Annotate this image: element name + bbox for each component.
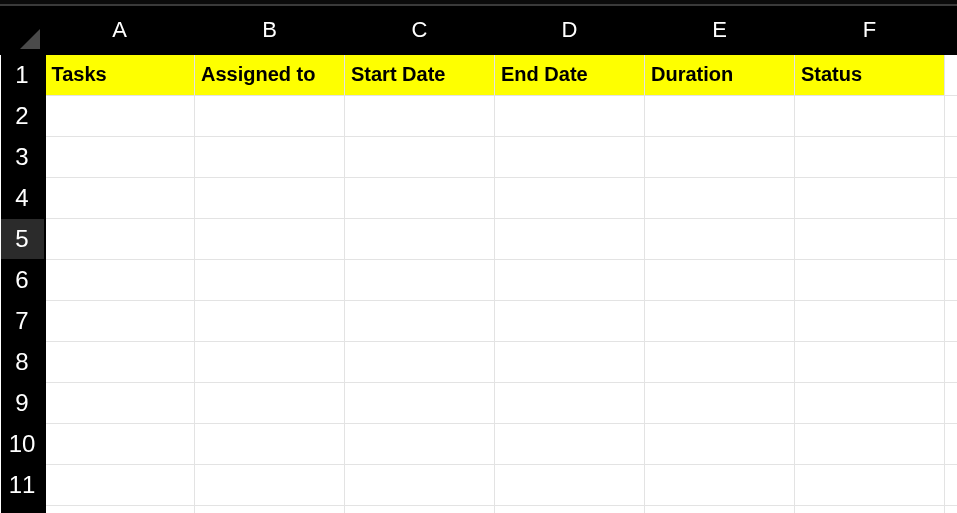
cell-E8[interactable] [645, 341, 795, 382]
cell-F6[interactable] [795, 259, 945, 300]
cell-D8[interactable] [495, 341, 645, 382]
column-header-edge [945, 6, 958, 54]
cell-B1[interactable]: Assigned to [195, 54, 345, 95]
cell-D3[interactable] [495, 136, 645, 177]
row-1: 1 Tasks Assigned to Start Date End Date … [1, 54, 958, 95]
cell-B11[interactable] [195, 464, 345, 505]
cell-C12[interactable] [345, 505, 495, 513]
cell-C6[interactable] [345, 259, 495, 300]
cell-E12[interactable] [645, 505, 795, 513]
cell-D4[interactable] [495, 177, 645, 218]
row-header-12[interactable]: 12 [1, 505, 45, 513]
cell-E11[interactable] [645, 464, 795, 505]
cell-B10[interactable] [195, 423, 345, 464]
row-5: 5 [1, 218, 958, 259]
cell-D2[interactable] [495, 95, 645, 136]
cell-A8[interactable] [45, 341, 195, 382]
cell-E5[interactable] [645, 218, 795, 259]
column-header-D[interactable]: D [495, 6, 645, 54]
column-header-B[interactable]: B [195, 6, 345, 54]
select-all-corner[interactable] [1, 6, 45, 54]
cell-E9[interactable] [645, 382, 795, 423]
row-header-9[interactable]: 9 [1, 382, 45, 423]
cell-C11[interactable] [345, 464, 495, 505]
cell-B5[interactable] [195, 218, 345, 259]
cell-D6[interactable] [495, 259, 645, 300]
cell-B12[interactable] [195, 505, 345, 513]
cell-B2[interactable] [195, 95, 345, 136]
cell-D5[interactable] [495, 218, 645, 259]
cell-D7[interactable] [495, 300, 645, 341]
cell-C5[interactable] [345, 218, 495, 259]
cell-A10[interactable] [45, 423, 195, 464]
cell-E2[interactable] [645, 95, 795, 136]
cell-A2[interactable] [45, 95, 195, 136]
cell-A4[interactable] [45, 177, 195, 218]
row-header-10[interactable]: 10 [1, 423, 45, 464]
cell-F5[interactable] [795, 218, 945, 259]
row-3: 3 [1, 136, 958, 177]
cell-F7[interactable] [795, 300, 945, 341]
cell-E1[interactable]: Duration [645, 54, 795, 95]
cell-C4[interactable] [345, 177, 495, 218]
cell-A5[interactable] [45, 218, 195, 259]
cell-D11[interactable] [495, 464, 645, 505]
row-header-2[interactable]: 2 [1, 95, 45, 136]
row-header-5[interactable]: 5 [1, 218, 45, 259]
row-header-1[interactable]: 1 [1, 54, 45, 95]
cell-B3[interactable] [195, 136, 345, 177]
cell-D10[interactable] [495, 423, 645, 464]
cell-C10[interactable] [345, 423, 495, 464]
cell-B9[interactable] [195, 382, 345, 423]
cell-F1[interactable]: Status [795, 54, 945, 95]
row-header-6[interactable]: 6 [1, 259, 45, 300]
cell-F11[interactable] [795, 464, 945, 505]
column-header-E[interactable]: E [645, 6, 795, 54]
cell-edge [945, 464, 958, 505]
cell-edge [945, 177, 958, 218]
cell-B7[interactable] [195, 300, 345, 341]
cell-edge [945, 300, 958, 341]
cell-F10[interactable] [795, 423, 945, 464]
cell-C3[interactable] [345, 136, 495, 177]
row-header-11[interactable]: 11 [1, 464, 45, 505]
cell-D12[interactable] [495, 505, 645, 513]
cell-B4[interactable] [195, 177, 345, 218]
cell-B6[interactable] [195, 259, 345, 300]
cell-C8[interactable] [345, 341, 495, 382]
cell-edge [945, 259, 958, 300]
cell-E6[interactable] [645, 259, 795, 300]
cell-C1[interactable]: Start Date [345, 54, 495, 95]
cell-C9[interactable] [345, 382, 495, 423]
column-header-F[interactable]: F [795, 6, 945, 54]
cell-F8[interactable] [795, 341, 945, 382]
cell-B8[interactable] [195, 341, 345, 382]
cell-F3[interactable] [795, 136, 945, 177]
row-header-7[interactable]: 7 [1, 300, 45, 341]
cell-E3[interactable] [645, 136, 795, 177]
cell-E4[interactable] [645, 177, 795, 218]
cell-F12[interactable] [795, 505, 945, 513]
cell-A9[interactable] [45, 382, 195, 423]
cell-A6[interactable] [45, 259, 195, 300]
cell-F9[interactable] [795, 382, 945, 423]
column-header-C[interactable]: C [345, 6, 495, 54]
cell-E7[interactable] [645, 300, 795, 341]
row-7: 7 [1, 300, 958, 341]
cell-A7[interactable] [45, 300, 195, 341]
cell-F2[interactable] [795, 95, 945, 136]
cell-F4[interactable] [795, 177, 945, 218]
column-header-A[interactable]: A [45, 6, 195, 54]
cell-A11[interactable] [45, 464, 195, 505]
row-header-4[interactable]: 4 [1, 177, 45, 218]
cell-A12[interactable] [45, 505, 195, 513]
row-header-3[interactable]: 3 [1, 136, 45, 177]
row-header-8[interactable]: 8 [1, 341, 45, 382]
cell-A1[interactable]: Tasks [45, 54, 195, 95]
cell-D1[interactable]: End Date [495, 54, 645, 95]
cell-C7[interactable] [345, 300, 495, 341]
cell-D9[interactable] [495, 382, 645, 423]
cell-E10[interactable] [645, 423, 795, 464]
cell-A3[interactable] [45, 136, 195, 177]
cell-C2[interactable] [345, 95, 495, 136]
